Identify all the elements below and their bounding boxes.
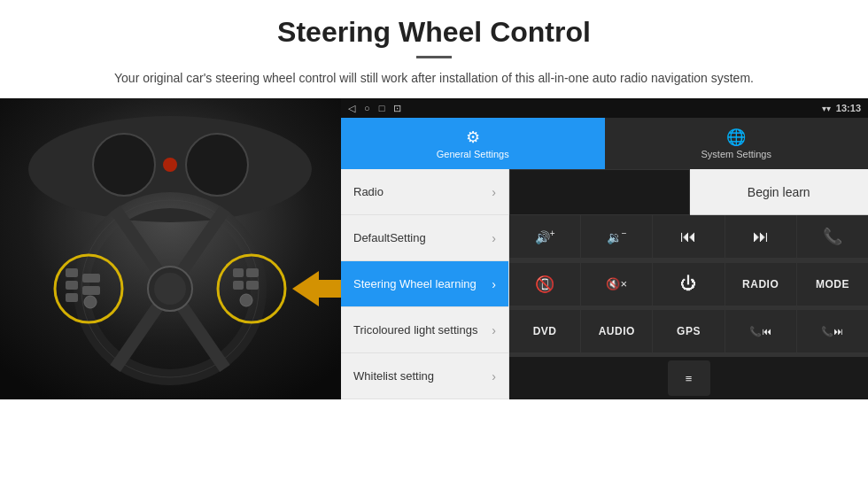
mute-icon: 🔇× xyxy=(606,277,627,290)
status-bar-indicators: ▾▾ 13:13 xyxy=(822,103,861,113)
svg-point-25 xyxy=(240,294,252,306)
volume-down-button[interactable]: 🔉− xyxy=(581,215,652,258)
mute-button[interactable]: 🔇× xyxy=(581,263,652,306)
radio-button[interactable]: RADIO xyxy=(725,263,796,306)
general-settings-icon: ⚙ xyxy=(466,128,480,147)
svg-rect-16 xyxy=(66,293,78,302)
power-button[interactable]: ⏻ xyxy=(653,263,724,306)
tab-general-label: General Settings xyxy=(437,149,509,159)
svg-point-3 xyxy=(186,134,248,196)
menu-item-tricoloured-arrow: › xyxy=(492,323,496,337)
menu-item-default[interactable]: DefaultSetting › xyxy=(341,215,508,261)
tel-prev-button[interactable]: 📞⏮ xyxy=(725,310,796,352)
prev-track-icon: ⏮ xyxy=(680,228,696,246)
menu-items-list: Radio › DefaultSetting › Steering Wheel … xyxy=(341,169,509,399)
phone-icon: 📞 xyxy=(823,227,842,246)
mode-button[interactable]: MODE xyxy=(797,263,868,306)
menu-item-tricoloured-label: Tricoloured light settings xyxy=(353,323,477,337)
tel-prev-icon: 📞⏮ xyxy=(749,326,771,337)
control-panel: Begin learn 🔊+ 🔉− ⏮ ⏭ xyxy=(509,169,868,399)
home-nav-icon[interactable]: ○ xyxy=(364,103,370,114)
begin-learn-button[interactable]: Begin learn xyxy=(690,169,869,215)
radio-label: RADIO xyxy=(742,278,779,290)
wifi-icon: ▾▾ xyxy=(822,104,831,113)
svg-rect-14 xyxy=(66,268,78,277)
svg-rect-17 xyxy=(82,274,100,283)
subtitle-text: Your original car's steering wheel contr… xyxy=(35,69,833,88)
android-ui: ◁ ○ □ ⊡ ▾▾ 13:13 ⚙ General Settings 🌐 Sy… xyxy=(341,98,868,399)
dvd-button[interactable]: DVD xyxy=(509,310,580,352)
empty-slot xyxy=(509,169,690,215)
list-icon: ≡ xyxy=(686,372,693,385)
recents-nav-icon[interactable]: □ xyxy=(379,103,385,114)
tel-next-icon: 📞⏭ xyxy=(821,326,843,337)
back-nav-icon[interactable]: ◁ xyxy=(348,103,355,114)
menu-item-steering-arrow: › xyxy=(492,277,496,291)
page-title: Steering Wheel Control xyxy=(35,16,833,49)
status-time: 13:13 xyxy=(836,103,861,113)
gps-label: GPS xyxy=(677,325,701,337)
menu-item-radio[interactable]: Radio › xyxy=(341,169,508,215)
menu-item-radio-arrow: › xyxy=(492,185,496,199)
svg-rect-18 xyxy=(82,286,100,295)
bottom-control-row: ≡ xyxy=(509,357,868,399)
svg-point-19 xyxy=(84,296,97,308)
prev-track-button[interactable]: ⏮ xyxy=(653,215,724,258)
menu-item-whitelist[interactable]: Whitelist setting › xyxy=(341,353,508,399)
menu-nav-icon[interactable]: ⊡ xyxy=(393,103,401,114)
title-divider xyxy=(416,56,452,58)
content-area: ◁ ○ □ ⊡ ▾▾ 13:13 ⚙ General Settings 🌐 Sy… xyxy=(0,98,868,399)
tab-system-label: System Settings xyxy=(701,149,771,159)
phone-button[interactable]: 📞 xyxy=(797,215,868,258)
menu-item-default-label: DefaultSetting xyxy=(353,231,426,244)
mode-label: MODE xyxy=(816,278,849,290)
tab-general-settings[interactable]: ⚙ General Settings xyxy=(341,118,605,169)
next-track-icon: ⏭ xyxy=(753,228,769,246)
begin-learn-row: Begin learn xyxy=(509,169,868,215)
volume-up-button[interactable]: 🔊+ xyxy=(509,215,580,258)
header-section: Steering Wheel Control Your original car… xyxy=(0,0,868,98)
list-button[interactable]: ≡ xyxy=(668,360,710,396)
svg-point-4 xyxy=(163,158,177,172)
svg-rect-15 xyxy=(66,281,78,290)
power-icon: ⏻ xyxy=(680,275,696,293)
svg-rect-22 xyxy=(246,281,259,290)
audio-button[interactable]: AUDIO xyxy=(581,310,652,352)
svg-point-12 xyxy=(154,273,186,305)
tab-bar: ⚙ General Settings 🌐 System Settings xyxy=(341,118,868,169)
menu-item-steering-label: Steering Wheel learning xyxy=(353,277,477,290)
hang-up-button[interactable]: 📵 xyxy=(509,263,580,306)
svg-point-2 xyxy=(93,134,155,196)
hang-up-icon: 📵 xyxy=(535,275,554,294)
tab-system-settings[interactable]: 🌐 System Settings xyxy=(605,118,869,169)
next-track-button[interactable]: ⏭ xyxy=(725,215,796,258)
menu-item-whitelist-arrow: › xyxy=(492,369,496,383)
system-settings-icon: 🌐 xyxy=(726,128,746,147)
audio-label: AUDIO xyxy=(599,325,635,337)
svg-rect-24 xyxy=(233,281,244,290)
menu-list: Radio › DefaultSetting › Steering Wheel … xyxy=(341,169,868,399)
dvd-label: DVD xyxy=(533,325,557,337)
menu-item-whitelist-label: Whitelist setting xyxy=(353,369,434,383)
tel-next-button[interactable]: 📞⏭ xyxy=(797,310,868,352)
volume-down-icon: 🔉− xyxy=(607,228,627,244)
menu-item-default-arrow: › xyxy=(492,231,496,245)
steering-wheel-image xyxy=(0,98,341,399)
volume-up-icon: 🔊+ xyxy=(535,228,555,244)
menu-item-tricoloured[interactable]: Tricoloured light settings › xyxy=(341,307,508,353)
status-bar: ◁ ○ □ ⊡ ▾▾ 13:13 xyxy=(341,98,868,118)
status-bar-nav: ◁ ○ □ ⊡ xyxy=(348,103,401,114)
gps-button[interactable]: GPS xyxy=(653,310,724,352)
control-button-grid: 🔊+ 🔉− ⏮ ⏭ 📞 📵 xyxy=(509,215,868,357)
svg-rect-23 xyxy=(233,268,244,277)
menu-item-radio-label: Radio xyxy=(353,185,384,198)
menu-item-steering[interactable]: Steering Wheel learning › xyxy=(341,261,508,307)
svg-rect-21 xyxy=(246,268,259,277)
